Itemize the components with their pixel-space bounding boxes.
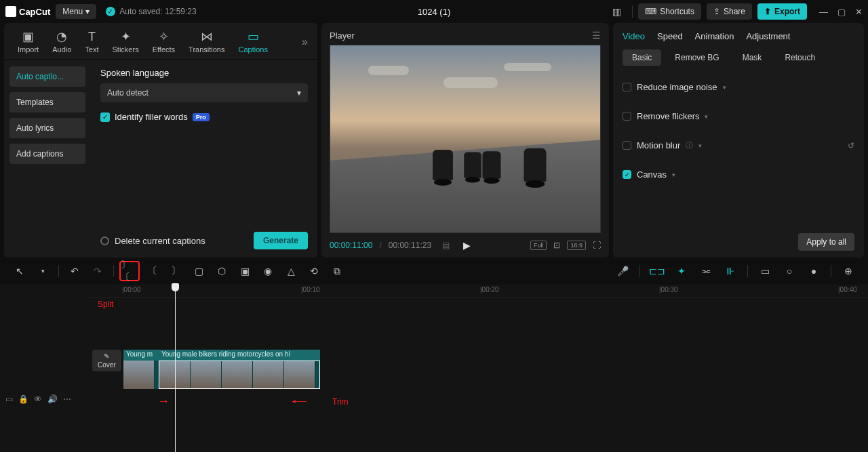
compare-icon[interactable]: ▤ — [442, 241, 450, 250]
aspect-ratio-button[interactable]: 16:9 — [567, 241, 586, 250]
trim-right-button[interactable]: 〕 — [165, 261, 186, 281]
player-menu-icon[interactable]: ☰ — [592, 30, 601, 41]
autosave-status: ✓ Auto saved: 12:59:23 — [106, 7, 196, 16]
rotate-button[interactable]: ⟲ — [304, 261, 324, 281]
tab-effects[interactable]: ✧Effects — [146, 27, 182, 56]
caret-down-icon: ▾ — [705, 113, 708, 120]
video-preview[interactable] — [330, 45, 601, 233]
chevron-down-icon: ▾ — [85, 7, 90, 16]
align-icon[interactable]: ⊪ — [720, 261, 741, 281]
preview-icon[interactable]: ▭ — [755, 261, 775, 281]
video-clip-2[interactable] — [159, 361, 320, 389]
tab-audio[interactable]: ◔Audio — [45, 27, 78, 56]
tab-stickers[interactable]: ✦Stickers — [106, 27, 146, 56]
tab-import[interactable]: ▣Import — [11, 27, 45, 56]
tab-text[interactable]: TText — [78, 27, 105, 56]
filler-words-row[interactable]: ✓ Identify filler words Pro — [100, 112, 308, 122]
snap-icon[interactable]: ✦ — [671, 261, 692, 281]
top-right-controls: ▥ ⌨ Shortcuts ⇪ Share ⬆ Export — ▢ ✕ — [606, 1, 863, 22]
reset-icon[interactable]: ↺ — [848, 141, 854, 150]
cover-button[interactable]: ✎ Cover — [92, 350, 121, 371]
toggle-icon[interactable]: ● — [804, 261, 824, 281]
cursor-tool[interactable]: ↖ — [9, 261, 30, 281]
subtab-retouch[interactable]: Retouch — [775, 49, 825, 66]
maximize-button[interactable]: ▢ — [837, 7, 846, 17]
playhead[interactable] — [175, 285, 176, 452]
menu-button[interactable]: Menu ▾ — [56, 4, 96, 19]
link-icon[interactable]: ⫘ — [696, 261, 716, 281]
zoom-add-icon[interactable]: ⊕ — [838, 261, 859, 281]
fullscreen-icon[interactable]: ⛶ — [593, 241, 601, 250]
video-clip-1[interactable] — [123, 361, 159, 389]
layout-icon[interactable]: ▥ — [606, 1, 627, 22]
close-button[interactable]: ✕ — [855, 7, 863, 17]
sidebar-item-add-captions[interactable]: Add captions — [9, 144, 85, 164]
sidebar-item-auto-lyrics[interactable]: Auto lyrics — [9, 118, 85, 138]
time-ruler[interactable]: |00:00 |00:10 |00:20 |00:30 |00:40 — [90, 285, 868, 298]
tab-video[interactable]: Video — [623, 31, 645, 41]
mirror-button[interactable]: △ — [281, 261, 301, 281]
spoken-language-label: Spoken language — [100, 68, 308, 78]
delete-captions-radio[interactable] — [100, 237, 109, 245]
play-button[interactable]: ▶ — [463, 240, 471, 251]
redo-button[interactable]: ↷ — [87, 261, 108, 281]
remove-flickers-row[interactable]: Remove flickers ▾ — [613, 102, 864, 131]
keyboard-icon: ⌨ — [645, 7, 656, 16]
checkbox-icon — [623, 83, 631, 91]
more-tabs-button[interactable]: » — [299, 33, 311, 51]
split-button[interactable]: 〕〔 — [119, 261, 140, 281]
subtab-basic[interactable]: Basic — [623, 49, 661, 66]
lock-icon[interactable]: 🔒 — [18, 394, 28, 404]
delete-button[interactable]: ▢ — [189, 261, 209, 281]
caption-clip-2[interactable]: Young male bikers riding motorcycles on … — [159, 350, 320, 361]
shortcuts-button[interactable]: ⌨ Shortcuts — [638, 3, 701, 20]
tab-adjustment[interactable]: Adjustment — [746, 31, 790, 41]
reverse-button[interactable]: ◉ — [258, 261, 278, 281]
magnet-icon[interactable]: ⊏⊐ — [647, 261, 667, 281]
app-logo: CapCut — [5, 6, 50, 17]
crop2-button[interactable]: ⧉ — [327, 261, 347, 281]
tab-transitions[interactable]: ⋈Transitions — [182, 27, 231, 56]
ruler-mark: |00:30 — [659, 286, 678, 293]
capcut-logo-icon — [5, 6, 16, 17]
crop-button[interactable]: ▣ — [235, 261, 255, 281]
share-label: Share — [724, 7, 745, 16]
undo-button[interactable]: ↶ — [64, 261, 85, 281]
properties-panel: Video Speed Animation Adjustment Basic R… — [613, 23, 864, 258]
share-icon: ⇪ — [713, 7, 720, 16]
mic-icon[interactable]: 🎤 — [612, 261, 633, 281]
share-button[interactable]: ⇪ Share — [707, 3, 752, 20]
canvas-row[interactable]: ✓ Canvas ▾ — [613, 160, 864, 189]
tab-speed[interactable]: Speed — [657, 31, 683, 41]
tab-animation[interactable]: Animation — [695, 31, 734, 41]
subtab-mask[interactable]: Mask — [733, 49, 772, 66]
sidebar-item-auto-captions[interactable]: Auto captio... — [9, 66, 85, 87]
track-collapse-icon[interactable]: ▭ — [5, 394, 13, 404]
checkbox-checked-icon: ✓ — [623, 170, 631, 179]
motion-blur-row[interactable]: Motion blur ⓘ ▾ ↺ — [613, 131, 864, 160]
reduce-noise-row[interactable]: Reduce image noise ▾ — [613, 73, 864, 102]
timeline-tracks[interactable]: |00:00 |00:10 |00:20 |00:30 |00:40 ✎ Cov… — [90, 285, 868, 452]
apply-to-all-button[interactable]: Apply to all — [798, 233, 854, 251]
circle-icon[interactable]: ○ — [779, 261, 800, 281]
tab-captions[interactable]: ▭Captions — [231, 27, 274, 56]
language-select[interactable]: Auto detect ▾ — [100, 83, 308, 102]
caption-clip-1[interactable]: Young m — [123, 350, 159, 361]
ruler-mark: |00:10 — [301, 286, 320, 293]
subtab-removebg[interactable]: Remove BG — [665, 49, 728, 66]
focus-icon[interactable]: ⊡ — [553, 241, 560, 250]
speaker-icon[interactable]: 🔊 — [47, 394, 58, 404]
autosave-text: Auto saved: 12:59:23 — [119, 7, 196, 16]
full-button[interactable]: Full — [530, 241, 547, 250]
shield-icon[interactable]: ⬡ — [212, 261, 232, 281]
minimize-button[interactable]: — — [819, 7, 828, 17]
trim-left-button[interactable]: 〔 — [142, 261, 163, 281]
eye-icon[interactable]: 👁 — [34, 394, 42, 404]
timeline-left-gutter: ▭ 🔒 👁 🔊 ⋯ — [0, 285, 90, 452]
generate-button[interactable]: Generate — [254, 232, 308, 249]
cursor-dropdown[interactable]: ▾ — [33, 261, 53, 281]
export-button[interactable]: ⬆ Export — [757, 3, 807, 20]
more-icon[interactable]: ⋯ — [63, 394, 71, 404]
duration-time: 00:00:11:23 — [389, 241, 431, 250]
sidebar-item-templates[interactable]: Templates — [9, 92, 85, 112]
